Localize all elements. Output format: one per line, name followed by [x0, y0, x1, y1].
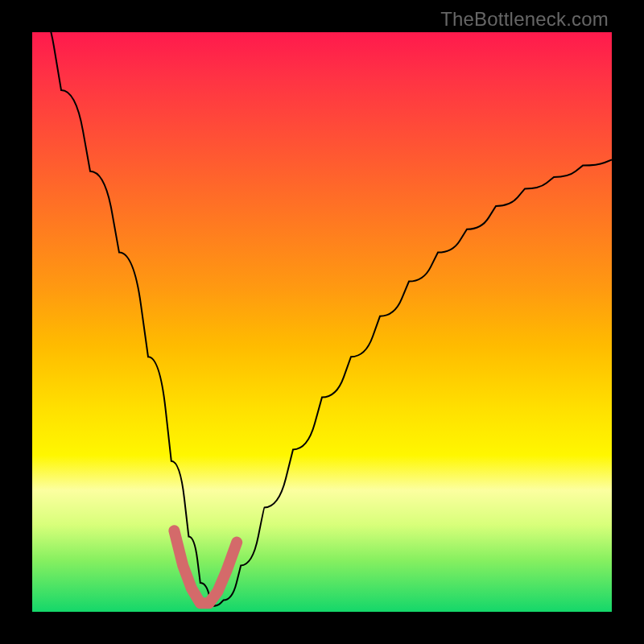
- bottleneck-curve-path: [32, 32, 612, 606]
- watermark-text: TheBottleneck.com: [440, 8, 609, 31]
- chart-plot-area: [32, 32, 612, 612]
- bottleneck-valley-highlight: [174, 530, 237, 603]
- bottleneck-curve-svg: [32, 32, 612, 612]
